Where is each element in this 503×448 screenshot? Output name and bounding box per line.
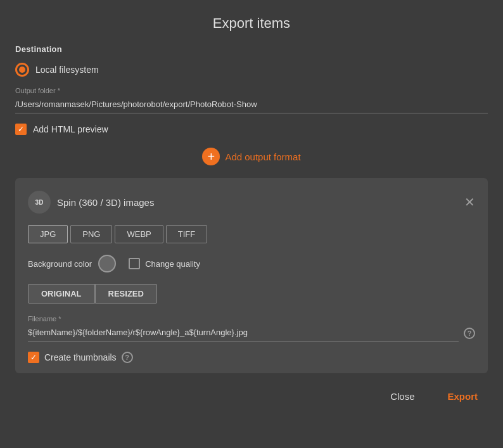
export-button[interactable]: Export <box>437 386 488 407</box>
change-quality-label: Change quality <box>145 259 200 269</box>
filename-row: ? <box>28 325 475 342</box>
create-thumbnails-label: Create thumbnails <box>44 352 117 362</box>
background-color-picker[interactable] <box>98 255 116 272</box>
add-html-preview-checkbox[interactable]: ✓ <box>15 124 27 135</box>
output-folder-section: Output folder * <box>15 87 488 113</box>
footer-row: Close Export <box>0 373 503 407</box>
background-color-label: Background color <box>28 259 92 269</box>
thumbnails-help-icon[interactable]: ? <box>122 352 133 363</box>
spin-icon: 3D <box>28 191 51 214</box>
destination-section-label: Destination <box>15 44 488 54</box>
background-color-group: Background color <box>28 255 116 272</box>
thumbnails-checkmark-icon: ✓ <box>30 354 37 361</box>
format-panel: 3D Spin (360 / 3D) images ✕ JPG PNG WEBP… <box>15 178 488 373</box>
resized-size-button[interactable]: RESIZED <box>95 284 157 304</box>
format-panel-header: 3D Spin (360 / 3D) images ✕ <box>28 191 475 214</box>
format-panel-title: Spin (360 / 3D) images <box>57 197 154 208</box>
close-panel-button[interactable]: ✕ <box>464 196 475 208</box>
create-thumbnails-checkbox[interactable]: ✓ <box>28 352 39 363</box>
options-row: Background color Change quality <box>28 255 475 272</box>
original-size-button[interactable]: ORIGINAL <box>28 284 95 304</box>
page-title: Export items <box>0 0 503 44</box>
add-html-preview-label: Add HTML preview <box>33 124 108 134</box>
checkmark-icon: ✓ <box>18 125 24 133</box>
output-folder-label: Output folder * <box>15 87 488 94</box>
filename-label: Filename * <box>28 315 475 323</box>
thumbnails-row: ✓ Create thumbnails ? <box>28 352 475 363</box>
close-button[interactable]: Close <box>380 386 424 407</box>
destination-row: Local filesystem <box>15 63 488 77</box>
add-format-icon: + <box>202 148 220 165</box>
local-filesystem-radio[interactable] <box>15 63 29 77</box>
main-content: Destination Local filesystem Output fold… <box>0 44 503 373</box>
output-folder-input[interactable] <box>15 97 488 113</box>
add-output-format-row[interactable]: + Add output format <box>15 148 488 165</box>
format-jpg-button[interactable]: JPG <box>28 225 68 243</box>
add-format-label: Add output format <box>225 151 300 162</box>
change-quality-group: Change quality <box>129 258 200 269</box>
format-buttons-row: JPG PNG WEBP TIFF <box>28 225 475 243</box>
filename-section: Filename * ? <box>28 315 475 342</box>
format-tiff-button[interactable]: TIFF <box>166 225 207 243</box>
local-filesystem-label: Local filesystem <box>35 65 99 75</box>
html-preview-row: ✓ Add HTML preview <box>15 124 488 135</box>
size-buttons-row: ORIGINAL RESIZED <box>28 284 475 304</box>
format-png-button[interactable]: PNG <box>70 225 112 243</box>
filename-input[interactable] <box>28 325 459 342</box>
change-quality-checkbox[interactable] <box>129 258 140 269</box>
filename-help-icon[interactable]: ? <box>464 328 475 339</box>
format-webp-button[interactable]: WEBP <box>115 225 163 243</box>
radio-circle-inner <box>19 67 25 73</box>
format-panel-title-group: 3D Spin (360 / 3D) images <box>28 191 154 214</box>
